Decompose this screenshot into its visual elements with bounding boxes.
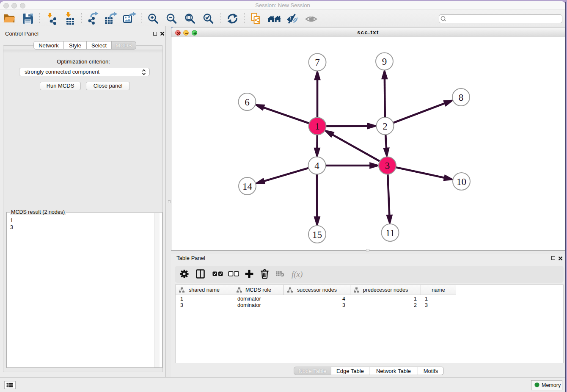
svg-text:3: 3	[385, 160, 390, 171]
svg-text:15: 15	[312, 229, 322, 240]
svg-text:6: 6	[245, 97, 250, 108]
svg-text:2: 2	[383, 121, 388, 132]
svg-text:f(x): f(x)	[292, 270, 303, 279]
svg-text:11: 11	[385, 228, 395, 238]
svg-text:1: 1	[315, 121, 320, 132]
svg-text:9: 9	[382, 56, 387, 67]
svg-text:14: 14	[242, 181, 253, 192]
svg-text:7: 7	[315, 57, 320, 68]
svg-text:8: 8	[459, 92, 464, 103]
svg-text:10: 10	[457, 177, 466, 187]
svg-text:4: 4	[314, 160, 319, 171]
